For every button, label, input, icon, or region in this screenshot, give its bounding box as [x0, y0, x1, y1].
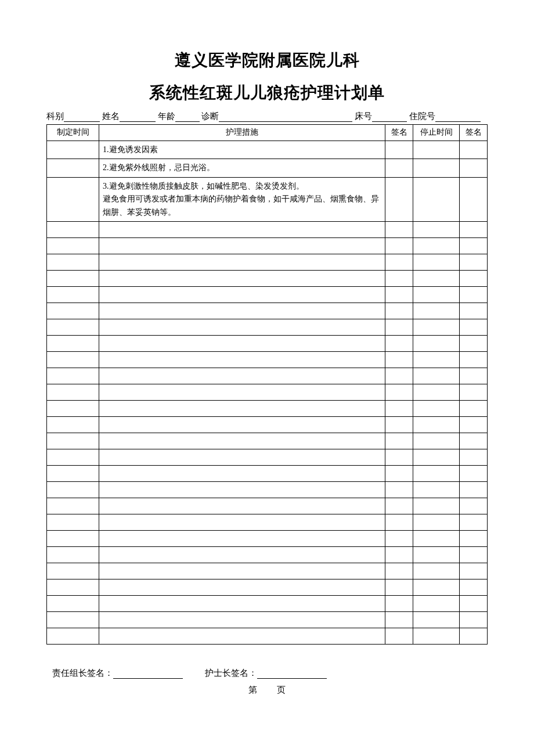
name-blank[interactable]: [120, 111, 156, 122]
bed-blank[interactable]: [372, 111, 407, 122]
cell-stop[interactable]: [413, 237, 460, 254]
cell-time[interactable]: [47, 481, 99, 498]
cell-stop[interactable]: [413, 303, 460, 319]
cell-sign1[interactable]: [385, 514, 413, 530]
cell-sign1[interactable]: [385, 319, 413, 335]
cell-sign2[interactable]: [460, 177, 488, 221]
cell-sign1[interactable]: [385, 384, 413, 400]
cell-time[interactable]: [47, 237, 99, 254]
cell-sign2[interactable]: [460, 335, 488, 351]
leader-sig-blank[interactable]: [113, 668, 183, 679]
cell-sign1[interactable]: [385, 254, 413, 270]
cell-sign1[interactable]: [385, 563, 413, 579]
cell-measure[interactable]: [99, 498, 385, 514]
cell-measure[interactable]: [99, 351, 385, 368]
cell-sign2[interactable]: [460, 303, 488, 319]
cell-measure[interactable]: [99, 286, 385, 303]
cell-time[interactable]: [47, 368, 99, 384]
cell-stop[interactable]: [413, 433, 460, 449]
cell-time[interactable]: [47, 449, 99, 465]
cell-sign1[interactable]: [385, 611, 413, 628]
cell-stop[interactable]: [413, 335, 460, 351]
cell-measure[interactable]: [99, 563, 385, 579]
cell-measure[interactable]: [99, 595, 385, 611]
cell-sign1[interactable]: [385, 141, 413, 159]
cell-sign2[interactable]: [460, 530, 488, 546]
cell-measure[interactable]: [99, 303, 385, 319]
cell-measure[interactable]: [99, 465, 385, 481]
cell-stop[interactable]: [413, 498, 460, 514]
cell-stop[interactable]: [413, 416, 460, 433]
cell-stop[interactable]: [413, 159, 460, 177]
cell-stop[interactable]: [413, 449, 460, 465]
cell-stop[interactable]: [413, 351, 460, 368]
cell-stop[interactable]: [413, 481, 460, 498]
cell-time[interactable]: [47, 335, 99, 351]
cell-sign2[interactable]: [460, 611, 488, 628]
cell-measure[interactable]: [99, 400, 385, 416]
diag-blank[interactable]: [219, 111, 352, 122]
cell-sign2[interactable]: [460, 400, 488, 416]
cell-time[interactable]: [47, 498, 99, 514]
cell-sign1[interactable]: [385, 579, 413, 595]
cell-sign1[interactable]: [385, 465, 413, 481]
cell-time[interactable]: [47, 579, 99, 595]
cell-time[interactable]: [47, 254, 99, 270]
cell-sign1[interactable]: [385, 498, 413, 514]
cell-sign2[interactable]: [460, 254, 488, 270]
cell-sign2[interactable]: [460, 237, 488, 254]
dept-blank[interactable]: [64, 111, 100, 122]
cell-sign1[interactable]: [385, 595, 413, 611]
cell-measure[interactable]: [99, 579, 385, 595]
cell-sign2[interactable]: [460, 628, 488, 644]
cell-stop[interactable]: [413, 270, 460, 286]
cell-time[interactable]: [47, 286, 99, 303]
cell-measure[interactable]: [99, 270, 385, 286]
cell-sign1[interactable]: [385, 416, 413, 433]
cell-stop[interactable]: [413, 384, 460, 400]
cell-sign2[interactable]: [460, 514, 488, 530]
cell-sign1[interactable]: [385, 303, 413, 319]
cell-time[interactable]: [47, 530, 99, 546]
cell-sign2[interactable]: [460, 416, 488, 433]
cell-stop[interactable]: [413, 546, 460, 563]
cell-sign1[interactable]: [385, 335, 413, 351]
cell-time[interactable]: [47, 270, 99, 286]
cell-stop[interactable]: [413, 254, 460, 270]
cell-stop[interactable]: [413, 628, 460, 644]
cell-stop[interactable]: [413, 319, 460, 335]
cell-stop[interactable]: [413, 530, 460, 546]
cell-stop[interactable]: [413, 465, 460, 481]
cell-measure[interactable]: [99, 611, 385, 628]
cell-sign2[interactable]: [460, 270, 488, 286]
nurse-sig-blank[interactable]: [257, 668, 327, 679]
cell-sign1[interactable]: [385, 628, 413, 644]
cell-time[interactable]: [47, 400, 99, 416]
cell-sign1[interactable]: [385, 400, 413, 416]
cell-time[interactable]: [47, 546, 99, 563]
cell-sign1[interactable]: [385, 177, 413, 221]
cell-stop[interactable]: [413, 141, 460, 159]
cell-sign2[interactable]: [460, 221, 488, 237]
cell-sign1[interactable]: [385, 449, 413, 465]
cell-sign2[interactable]: [460, 319, 488, 335]
cell-measure[interactable]: [99, 416, 385, 433]
cell-measure[interactable]: [99, 335, 385, 351]
cell-sign2[interactable]: [460, 595, 488, 611]
cell-sign2[interactable]: [460, 449, 488, 465]
cell-sign2[interactable]: [460, 563, 488, 579]
cell-sign2[interactable]: [460, 351, 488, 368]
cell-sign2[interactable]: [460, 465, 488, 481]
cell-stop[interactable]: [413, 221, 460, 237]
cell-time[interactable]: [47, 384, 99, 400]
cell-time[interactable]: [47, 159, 99, 177]
cell-measure[interactable]: [99, 481, 385, 498]
cell-time[interactable]: [47, 351, 99, 368]
cell-time[interactable]: [47, 595, 99, 611]
cell-measure[interactable]: 2.避免紫外线照射，忌日光浴。: [99, 159, 385, 177]
age-blank[interactable]: [175, 111, 200, 122]
cell-measure[interactable]: 3.避免刺激性物质接触皮肤，如碱性肥皂、染发烫发剂。避免食用可诱发或者加重本病的…: [99, 177, 385, 221]
cell-measure[interactable]: [99, 368, 385, 384]
cell-stop[interactable]: [413, 514, 460, 530]
cell-sign1[interactable]: [385, 530, 413, 546]
